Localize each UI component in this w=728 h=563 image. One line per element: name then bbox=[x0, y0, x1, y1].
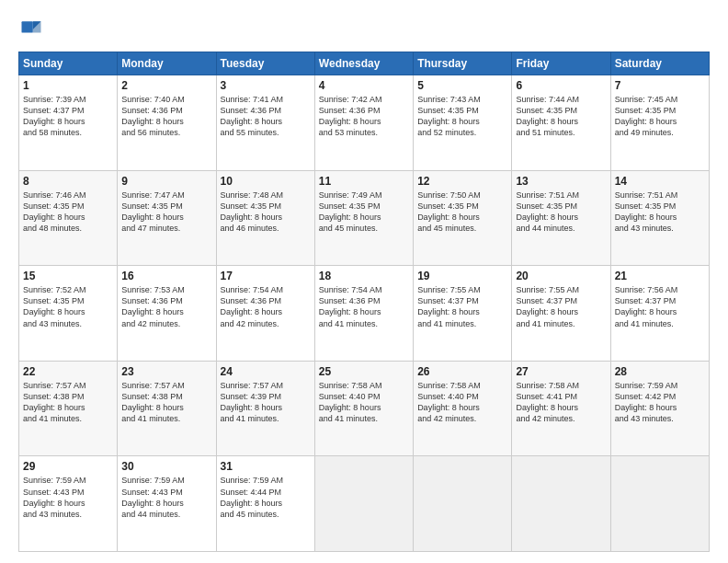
weekday-header-tuesday: Tuesday bbox=[216, 52, 314, 75]
weekday-header-saturday: Saturday bbox=[610, 52, 709, 75]
day-number: 17 bbox=[221, 270, 311, 282]
week-row-1: 8Sunrise: 7:46 AM Sunset: 4:35 PM Daylig… bbox=[19, 170, 710, 266]
day-cell: 18Sunrise: 7:54 AM Sunset: 4:36 PM Dayli… bbox=[314, 266, 413, 362]
day-number: 19 bbox=[417, 270, 507, 282]
day-info: Sunrise: 7:54 AM Sunset: 4:36 PM Dayligh… bbox=[221, 284, 311, 329]
day-cell: 22Sunrise: 7:57 AM Sunset: 4:38 PM Dayli… bbox=[19, 361, 118, 456]
day-cell: 17Sunrise: 7:54 AM Sunset: 4:36 PM Dayli… bbox=[216, 266, 314, 362]
day-cell: 9Sunrise: 7:47 AM Sunset: 4:35 PM Daylig… bbox=[118, 170, 216, 266]
logo bbox=[18, 17, 48, 42]
calendar-table: SundayMondayTuesdayWednesdayThursdayFrid… bbox=[18, 52, 710, 552]
page: SundayMondayTuesdayWednesdayThursdayFrid… bbox=[0, 0, 728, 563]
day-number: 24 bbox=[221, 365, 311, 378]
day-number: 21 bbox=[615, 270, 705, 282]
day-info: Sunrise: 7:40 AM Sunset: 4:36 PM Dayligh… bbox=[121, 94, 211, 139]
day-number: 12 bbox=[417, 175, 507, 188]
day-number: 27 bbox=[516, 365, 606, 378]
day-cell: 20Sunrise: 7:55 AM Sunset: 4:37 PM Dayli… bbox=[512, 266, 610, 362]
day-info: Sunrise: 7:53 AM Sunset: 4:36 PM Dayligh… bbox=[121, 284, 211, 329]
day-cell: 28Sunrise: 7:59 AM Sunset: 4:42 PM Dayli… bbox=[610, 361, 709, 456]
day-cell: 6Sunrise: 7:44 AM Sunset: 4:35 PM Daylig… bbox=[512, 75, 610, 171]
week-row-2: 15Sunrise: 7:52 AM Sunset: 4:35 PM Dayli… bbox=[19, 266, 710, 362]
day-info: Sunrise: 7:57 AM Sunset: 4:38 PM Dayligh… bbox=[121, 380, 211, 425]
day-cell: 2Sunrise: 7:40 AM Sunset: 4:36 PM Daylig… bbox=[118, 75, 216, 171]
day-number: 28 bbox=[615, 365, 705, 378]
day-info: Sunrise: 7:54 AM Sunset: 4:36 PM Dayligh… bbox=[319, 284, 409, 329]
day-cell: 15Sunrise: 7:52 AM Sunset: 4:35 PM Dayli… bbox=[19, 266, 118, 362]
day-number: 10 bbox=[221, 175, 311, 188]
day-number: 2 bbox=[121, 79, 211, 92]
day-info: Sunrise: 7:58 AM Sunset: 4:40 PM Dayligh… bbox=[417, 380, 507, 425]
day-info: Sunrise: 7:58 AM Sunset: 4:41 PM Dayligh… bbox=[516, 380, 606, 425]
header bbox=[18, 17, 710, 42]
day-number: 25 bbox=[319, 365, 409, 378]
day-number: 1 bbox=[23, 79, 113, 92]
day-cell: 21Sunrise: 7:56 AM Sunset: 4:37 PM Dayli… bbox=[610, 266, 709, 362]
day-info: Sunrise: 7:58 AM Sunset: 4:40 PM Dayligh… bbox=[319, 380, 409, 425]
day-cell: 31Sunrise: 7:59 AM Sunset: 4:44 PM Dayli… bbox=[216, 456, 314, 552]
day-info: Sunrise: 7:57 AM Sunset: 4:38 PM Dayligh… bbox=[23, 380, 113, 425]
day-number: 4 bbox=[319, 79, 409, 92]
day-number: 11 bbox=[319, 175, 409, 188]
day-number: 9 bbox=[121, 175, 211, 188]
calendar-body: 1Sunrise: 7:39 AM Sunset: 4:37 PM Daylig… bbox=[19, 75, 710, 552]
svg-rect-2 bbox=[22, 21, 33, 32]
day-cell: 1Sunrise: 7:39 AM Sunset: 4:37 PM Daylig… bbox=[19, 75, 118, 171]
day-info: Sunrise: 7:59 AM Sunset: 4:42 PM Dayligh… bbox=[615, 380, 705, 425]
week-row-0: 1Sunrise: 7:39 AM Sunset: 4:37 PM Daylig… bbox=[19, 75, 710, 171]
day-cell: 25Sunrise: 7:58 AM Sunset: 4:40 PM Dayli… bbox=[314, 361, 413, 456]
day-number: 29 bbox=[23, 460, 113, 473]
week-row-3: 22Sunrise: 7:57 AM Sunset: 4:38 PM Dayli… bbox=[19, 361, 710, 456]
day-info: Sunrise: 7:43 AM Sunset: 4:35 PM Dayligh… bbox=[417, 94, 507, 139]
calendar-header: SundayMondayTuesdayWednesdayThursdayFrid… bbox=[19, 52, 710, 75]
day-cell: 19Sunrise: 7:55 AM Sunset: 4:37 PM Dayli… bbox=[414, 266, 512, 362]
day-number: 22 bbox=[23, 365, 113, 378]
day-number: 16 bbox=[121, 270, 211, 282]
day-number: 13 bbox=[516, 175, 606, 188]
day-number: 14 bbox=[615, 175, 705, 188]
day-number: 20 bbox=[516, 270, 606, 282]
day-number: 8 bbox=[23, 175, 113, 188]
day-info: Sunrise: 7:51 AM Sunset: 4:35 PM Dayligh… bbox=[516, 190, 606, 235]
day-info: Sunrise: 7:57 AM Sunset: 4:39 PM Dayligh… bbox=[221, 380, 311, 425]
weekday-header-friday: Friday bbox=[512, 52, 610, 75]
day-info: Sunrise: 7:52 AM Sunset: 4:35 PM Dayligh… bbox=[23, 284, 113, 329]
day-cell: 14Sunrise: 7:51 AM Sunset: 4:35 PM Dayli… bbox=[610, 170, 709, 266]
day-cell: 24Sunrise: 7:57 AM Sunset: 4:39 PM Dayli… bbox=[216, 361, 314, 456]
day-cell bbox=[512, 456, 610, 552]
day-number: 5 bbox=[417, 79, 507, 92]
day-info: Sunrise: 7:51 AM Sunset: 4:35 PM Dayligh… bbox=[615, 190, 705, 235]
day-number: 15 bbox=[23, 270, 113, 282]
day-info: Sunrise: 7:49 AM Sunset: 4:35 PM Dayligh… bbox=[319, 190, 409, 235]
day-info: Sunrise: 7:39 AM Sunset: 4:37 PM Dayligh… bbox=[23, 94, 113, 139]
day-cell: 27Sunrise: 7:58 AM Sunset: 4:41 PM Dayli… bbox=[512, 361, 610, 456]
day-cell bbox=[414, 456, 512, 552]
day-info: Sunrise: 7:41 AM Sunset: 4:36 PM Dayligh… bbox=[221, 94, 311, 139]
day-cell bbox=[314, 456, 413, 552]
day-info: Sunrise: 7:59 AM Sunset: 4:44 PM Dayligh… bbox=[221, 475, 311, 520]
day-info: Sunrise: 7:59 AM Sunset: 4:43 PM Dayligh… bbox=[121, 475, 211, 520]
svg-marker-1 bbox=[33, 21, 41, 32]
weekday-header-sunday: Sunday bbox=[19, 52, 118, 75]
day-info: Sunrise: 7:47 AM Sunset: 4:35 PM Dayligh… bbox=[121, 190, 211, 235]
day-number: 18 bbox=[319, 270, 409, 282]
day-number: 31 bbox=[221, 460, 311, 473]
day-info: Sunrise: 7:44 AM Sunset: 4:35 PM Dayligh… bbox=[516, 94, 606, 139]
day-cell: 4Sunrise: 7:42 AM Sunset: 4:36 PM Daylig… bbox=[314, 75, 413, 171]
day-cell: 8Sunrise: 7:46 AM Sunset: 4:35 PM Daylig… bbox=[19, 170, 118, 266]
day-cell: 23Sunrise: 7:57 AM Sunset: 4:38 PM Dayli… bbox=[118, 361, 216, 456]
day-info: Sunrise: 7:59 AM Sunset: 4:43 PM Dayligh… bbox=[23, 475, 113, 520]
day-cell: 29Sunrise: 7:59 AM Sunset: 4:43 PM Dayli… bbox=[19, 456, 118, 552]
day-info: Sunrise: 7:56 AM Sunset: 4:37 PM Dayligh… bbox=[615, 284, 705, 329]
logo-icon bbox=[18, 17, 44, 42]
day-info: Sunrise: 7:45 AM Sunset: 4:35 PM Dayligh… bbox=[615, 94, 705, 139]
day-number: 30 bbox=[121, 460, 211, 473]
day-number: 6 bbox=[516, 79, 606, 92]
day-info: Sunrise: 7:42 AM Sunset: 4:36 PM Dayligh… bbox=[319, 94, 409, 139]
day-cell: 16Sunrise: 7:53 AM Sunset: 4:36 PM Dayli… bbox=[118, 266, 216, 362]
weekday-header-thursday: Thursday bbox=[414, 52, 512, 75]
weekday-header-wednesday: Wednesday bbox=[314, 52, 413, 75]
day-cell: 30Sunrise: 7:59 AM Sunset: 4:43 PM Dayli… bbox=[118, 456, 216, 552]
day-info: Sunrise: 7:50 AM Sunset: 4:35 PM Dayligh… bbox=[417, 190, 507, 235]
day-info: Sunrise: 7:48 AM Sunset: 4:35 PM Dayligh… bbox=[221, 190, 311, 235]
